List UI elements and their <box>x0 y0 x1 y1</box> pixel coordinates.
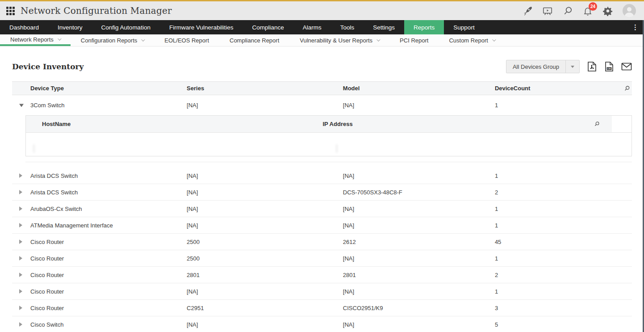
expand-row-icon[interactable] <box>19 322 22 327</box>
chevron-down-icon <box>58 37 61 40</box>
cell-device-count: 1 <box>491 102 619 109</box>
subnav-tab-pci-report[interactable]: PCI Report <box>389 34 439 46</box>
subnav-tab-label: EOL/EOS Report <box>164 37 209 44</box>
expand-row-icon[interactable] <box>19 223 22 227</box>
cell-device-type: Arista DCS Switch <box>12 189 183 196</box>
subnav-tab-custom-report[interactable]: Custom Report <box>439 34 505 46</box>
cell-model: [NA] <box>339 102 491 109</box>
nested-table-row[interactable] <box>26 133 631 156</box>
nav-item-firmware-vulnerabilities[interactable]: Firmware Vulnerabilities <box>160 20 243 34</box>
rocket-icon[interactable] <box>522 5 533 16</box>
cell-series: [NA] <box>183 102 339 109</box>
nav-item-support[interactable]: Support <box>444 20 484 34</box>
avatar[interactable] <box>623 4 636 17</box>
cell-device-type: Arista DCS Switch <box>12 172 183 179</box>
cell-device-count: 2 <box>491 189 619 196</box>
cell-device-type: Cisco Router <box>12 305 183 311</box>
presentation-icon[interactable] <box>542 5 553 16</box>
cell-device-count: 3 <box>491 305 619 311</box>
page-head: Device Inventory All Devices Group CSV <box>0 46 644 81</box>
table-row[interactable]: 3Com Switch[NA][NA]1 <box>12 95 632 115</box>
topbar-actions: 24 <box>522 4 636 17</box>
main-nav: DashboardInventoryConfig AutomationFirmw… <box>0 20 644 34</box>
table-row[interactable]: Cisco RouterC2951CISCO2951/K93 <box>12 300 632 316</box>
subnav-tab-network-reports[interactable]: Network Reports <box>0 34 71 46</box>
table-search-icon[interactable] <box>619 85 632 92</box>
expand-row-icon[interactable] <box>19 190 22 194</box>
nested-cell-ip-address <box>322 145 594 152</box>
search-icon[interactable] <box>562 5 573 16</box>
nav-item-config-automation[interactable]: Config Automation <box>92 20 160 34</box>
cell-series: [NA] <box>183 172 339 179</box>
cell-device-count: 45 <box>491 239 619 245</box>
table-row[interactable]: ArubaOS-Cx Switch[NA][NA]1 <box>12 201 632 217</box>
main-content: Device Inventory All Devices Group CSV <box>0 46 644 332</box>
csv-export-icon[interactable]: CSV <box>604 61 615 72</box>
nav-overflow-menu-icon[interactable]: ⋮ <box>627 20 644 34</box>
pdf-export-icon[interactable] <box>586 61 597 72</box>
svg-text:CSV: CSV <box>607 67 611 70</box>
cell-model: DCS-7050SX3-48C8-F <box>339 189 491 196</box>
expand-row-icon[interactable] <box>19 289 22 294</box>
table-row[interactable]: Cisco Router2500[NA]1 <box>12 250 632 267</box>
table-row[interactable]: Arista DCS Switch[NA]DCS-7050SX3-48C8-F2 <box>12 184 632 201</box>
expand-row-icon[interactable] <box>19 206 22 211</box>
nav-item-compliance[interactable]: Compliance <box>243 20 293 34</box>
nested-table-header: HostNameIP Address <box>26 116 631 133</box>
subnav-tab-vulnerability-user-reports[interactable]: Vulnerability & User Reports <box>289 34 389 46</box>
notification-badge: 24 <box>589 2 597 11</box>
nav-item-inventory[interactable]: Inventory <box>48 20 92 34</box>
subnav-tab-label: Compliance Report <box>230 37 279 44</box>
cell-model: 2612 <box>339 239 491 245</box>
table-row[interactable]: Cisco Router[NA][NA]1 <box>12 283 632 300</box>
cell-device-type: Cisco Router <box>12 239 183 245</box>
table-row[interactable]: Cisco Router280128012 <box>12 267 632 283</box>
cell-model: [NA] <box>339 321 491 328</box>
col-ip-address: IP Address <box>322 116 594 132</box>
expand-row-icon[interactable] <box>19 240 22 244</box>
chevron-down-icon <box>492 38 496 41</box>
chevron-down-icon[interactable] <box>565 60 579 73</box>
subnav-tab-configuration-reports[interactable]: Configuration Reports <box>71 34 154 46</box>
apps-grid-icon[interactable] <box>6 7 15 15</box>
gear-icon[interactable] <box>602 5 613 16</box>
table-row[interactable]: Arista DCS Switch[NA][NA]1 <box>12 168 632 184</box>
email-export-icon[interactable] <box>621 61 632 72</box>
cell-model: [NA] <box>339 255 491 262</box>
cell-series: [NA] <box>183 222 339 229</box>
subnav-tab-eol-eos-report[interactable]: EOL/EOS Report <box>154 34 219 46</box>
chevron-down-icon <box>376 38 380 41</box>
expand-row-icon[interactable] <box>19 173 22 178</box>
expand-row-icon[interactable] <box>19 256 22 261</box>
collapse-row-icon[interactable] <box>19 104 24 107</box>
table-row[interactable]: Cisco Router2500261245 <box>12 234 632 250</box>
subnav-tab-label: Network Reports <box>10 36 54 43</box>
reports-subnav: Network ReportsConfiguration ReportsEOL/… <box>0 34 644 46</box>
table-row[interactable]: Cisco Switch[NA][NA]5 <box>12 316 632 332</box>
nested-search-icon[interactable] <box>594 116 612 132</box>
nested-host-table: HostNameIP Address <box>25 115 632 156</box>
cell-model: [NA] <box>339 288 491 295</box>
cell-device-count: 1 <box>491 255 619 262</box>
subnav-tab-label: Custom Report <box>449 37 488 44</box>
subnav-tab-compliance-report[interactable]: Compliance Report <box>219 34 289 46</box>
nav-item-settings[interactable]: Settings <box>364 20 404 34</box>
nav-item-tools[interactable]: Tools <box>331 20 364 34</box>
cell-device-type: Cisco Router <box>12 288 183 295</box>
expand-row-icon[interactable] <box>19 273 22 277</box>
table-row[interactable]: ATMedia Management Interface[NA][NA]1 <box>12 217 632 234</box>
cell-model: CISCO2951/K9 <box>339 305 491 311</box>
cell-device-type: Cisco Router <box>12 255 183 262</box>
nav-item-reports[interactable]: Reports <box>404 20 444 34</box>
bell-icon[interactable]: 24 <box>582 5 593 16</box>
expand-row-icon[interactable] <box>19 306 22 310</box>
device-group-select[interactable]: All Devices Group <box>506 60 580 73</box>
cell-series: [NA] <box>183 189 339 196</box>
cell-series: [NA] <box>183 321 339 328</box>
cell-series: C2951 <box>183 305 339 311</box>
cell-series: [NA] <box>183 206 339 212</box>
device-inventory-table: Device Type Series Model DeviceCount 3Co… <box>12 81 632 332</box>
nav-item-alarms[interactable]: Alarms <box>293 20 331 34</box>
nav-item-dashboard[interactable]: Dashboard <box>0 20 48 34</box>
nested-header-spacer <box>612 116 631 132</box>
